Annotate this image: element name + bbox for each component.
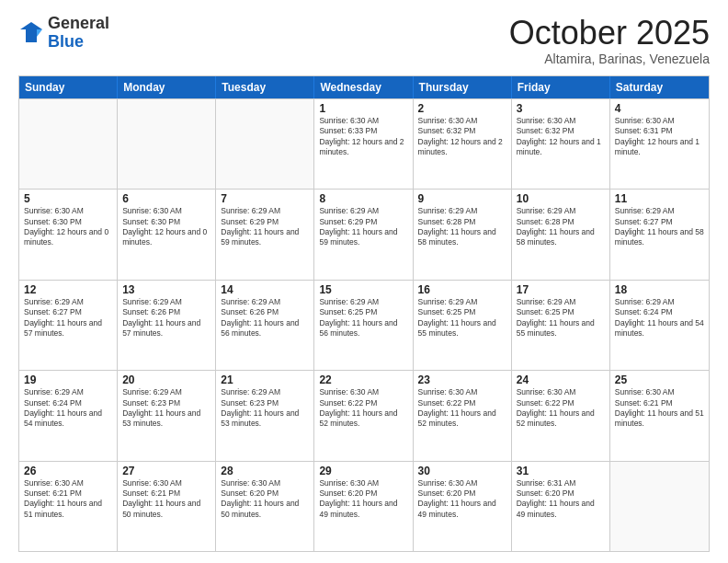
sunrise-text: Sunrise: 6:29 AM xyxy=(221,387,309,397)
header-sunday: Sunday xyxy=(19,76,118,98)
logo: General Blue xyxy=(18,15,109,52)
daylight-text: Daylight: 11 hours and 52 minutes. xyxy=(517,408,605,430)
logo-icon xyxy=(18,20,44,46)
daylight-text: Daylight: 11 hours and 51 minutes. xyxy=(615,408,704,430)
logo-text: General Blue xyxy=(48,15,109,52)
cal-cell: 19Sunrise: 6:29 AMSunset: 6:24 PMDayligh… xyxy=(19,371,118,460)
cal-cell: 20Sunrise: 6:29 AMSunset: 6:23 PMDayligh… xyxy=(118,371,216,460)
day-number: 22 xyxy=(319,373,407,386)
daylight-text: Daylight: 11 hours and 55 minutes. xyxy=(517,318,605,339)
day-number: 27 xyxy=(122,465,210,477)
day-number: 21 xyxy=(221,373,309,386)
sunset-text: Sunset: 6:28 PM xyxy=(418,217,506,227)
sunrise-text: Sunrise: 6:29 AM xyxy=(615,297,704,307)
page: General Blue October 2025 Altamira, Bari… xyxy=(0,0,728,563)
day-number: 29 xyxy=(319,465,407,477)
logo-general-label: General xyxy=(48,15,109,33)
daylight-text: Daylight: 12 hours and 0 minutes. xyxy=(24,227,112,248)
sunrise-text: Sunrise: 6:30 AM xyxy=(517,116,605,126)
cal-cell: 26Sunrise: 6:30 AMSunset: 6:21 PMDayligh… xyxy=(19,462,118,551)
daylight-text: Daylight: 11 hours and 55 minutes. xyxy=(418,318,506,339)
sunset-text: Sunset: 6:25 PM xyxy=(418,307,506,317)
cal-cell: 10Sunrise: 6:29 AMSunset: 6:28 PMDayligh… xyxy=(512,190,610,279)
daylight-text: Daylight: 12 hours and 2 minutes. xyxy=(418,137,506,158)
sunrise-text: Sunrise: 6:29 AM xyxy=(24,297,112,307)
sunset-text: Sunset: 6:23 PM xyxy=(122,398,210,408)
sunrise-text: Sunrise: 6:30 AM xyxy=(319,116,407,126)
sunset-text: Sunset: 6:30 PM xyxy=(122,217,210,227)
cal-cell: 9Sunrise: 6:29 AMSunset: 6:28 PMDaylight… xyxy=(414,190,512,279)
cal-cell: 5Sunrise: 6:30 AMSunset: 6:30 PMDaylight… xyxy=(19,190,118,279)
day-number: 20 xyxy=(122,373,210,386)
cal-cell: 30Sunrise: 6:30 AMSunset: 6:20 PMDayligh… xyxy=(414,462,512,551)
sunset-text: Sunset: 6:29 PM xyxy=(221,217,309,227)
cal-cell: 24Sunrise: 6:30 AMSunset: 6:22 PMDayligh… xyxy=(512,371,610,460)
day-number: 3 xyxy=(517,102,605,115)
cal-cell: 22Sunrise: 6:30 AMSunset: 6:22 PMDayligh… xyxy=(314,371,413,460)
day-number: 7 xyxy=(221,192,309,205)
daylight-text: Daylight: 11 hours and 58 minutes. xyxy=(517,227,605,248)
sunrise-text: Sunrise: 6:29 AM xyxy=(24,387,112,397)
day-number: 15 xyxy=(319,283,407,296)
sunset-text: Sunset: 6:22 PM xyxy=(319,398,407,408)
location: Altamira, Barinas, Venezuela xyxy=(509,52,710,66)
day-number: 19 xyxy=(24,373,112,386)
cal-cell: 3Sunrise: 6:30 AMSunset: 6:32 PMDaylight… xyxy=(512,99,610,189)
sunset-text: Sunset: 6:20 PM xyxy=(221,488,309,499)
sunrise-text: Sunrise: 6:30 AM xyxy=(24,206,112,216)
daylight-text: Daylight: 11 hours and 59 minutes. xyxy=(319,227,407,248)
cal-cell: 28Sunrise: 6:30 AMSunset: 6:20 PMDayligh… xyxy=(216,462,314,551)
month-title: October 2025 xyxy=(509,15,710,52)
sunrise-text: Sunrise: 6:30 AM xyxy=(319,478,407,488)
daylight-text: Daylight: 11 hours and 57 minutes. xyxy=(24,318,112,339)
sunrise-text: Sunrise: 6:29 AM xyxy=(122,387,210,397)
daylight-text: Daylight: 11 hours and 49 minutes. xyxy=(319,499,407,520)
day-number: 8 xyxy=(319,192,407,205)
day-number: 1 xyxy=(319,102,407,115)
sunrise-text: Sunrise: 6:29 AM xyxy=(517,297,605,307)
day-number: 30 xyxy=(418,465,506,477)
daylight-text: Daylight: 11 hours and 56 minutes. xyxy=(221,318,309,339)
sunset-text: Sunset: 6:27 PM xyxy=(24,307,112,317)
sunset-text: Sunset: 6:22 PM xyxy=(418,398,506,408)
sunrise-text: Sunrise: 6:29 AM xyxy=(319,206,407,216)
sunrise-text: Sunrise: 6:30 AM xyxy=(122,206,210,216)
sunrise-text: Sunrise: 6:30 AM xyxy=(122,478,210,488)
cal-cell xyxy=(19,99,118,189)
sunset-text: Sunset: 6:20 PM xyxy=(418,488,506,499)
sunset-text: Sunset: 6:25 PM xyxy=(517,307,605,317)
daylight-text: Daylight: 11 hours and 59 minutes. xyxy=(221,227,309,248)
sunrise-text: Sunrise: 6:29 AM xyxy=(122,297,210,307)
sunset-text: Sunset: 6:22 PM xyxy=(517,398,605,408)
cal-cell: 16Sunrise: 6:29 AMSunset: 6:25 PMDayligh… xyxy=(414,281,512,370)
header-wednesday: Wednesday xyxy=(314,76,413,98)
day-number: 5 xyxy=(24,192,112,205)
sunrise-text: Sunrise: 6:29 AM xyxy=(615,206,704,216)
day-number: 17 xyxy=(517,283,605,296)
sunset-text: Sunset: 6:21 PM xyxy=(122,488,210,499)
daylight-text: Daylight: 11 hours and 53 minutes. xyxy=(122,408,210,430)
day-number: 12 xyxy=(24,283,112,296)
daylight-text: Daylight: 12 hours and 0 minutes. xyxy=(122,227,210,248)
sunrise-text: Sunrise: 6:29 AM xyxy=(221,206,309,216)
day-number: 10 xyxy=(517,192,605,205)
sunset-text: Sunset: 6:21 PM xyxy=(24,488,112,499)
daylight-text: Daylight: 12 hours and 2 minutes. xyxy=(319,137,407,158)
calendar: Sunday Monday Tuesday Wednesday Thursday… xyxy=(18,75,710,552)
cal-cell xyxy=(118,99,216,189)
day-number: 4 xyxy=(615,102,704,115)
day-number: 13 xyxy=(122,283,210,296)
cal-cell: 23Sunrise: 6:30 AMSunset: 6:22 PMDayligh… xyxy=(414,371,512,460)
header-tuesday: Tuesday xyxy=(216,76,314,98)
cal-cell: 15Sunrise: 6:29 AMSunset: 6:25 PMDayligh… xyxy=(314,281,413,370)
header-thursday: Thursday xyxy=(414,76,512,98)
sunset-text: Sunset: 6:26 PM xyxy=(221,307,309,317)
cal-cell: 11Sunrise: 6:29 AMSunset: 6:27 PMDayligh… xyxy=(610,190,709,279)
sunset-text: Sunset: 6:32 PM xyxy=(418,126,506,136)
day-number: 25 xyxy=(615,373,704,386)
sunrise-text: Sunrise: 6:30 AM xyxy=(24,478,112,488)
sunset-text: Sunset: 6:29 PM xyxy=(319,217,407,227)
cal-cell xyxy=(216,99,314,189)
sunrise-text: Sunrise: 6:30 AM xyxy=(418,478,506,488)
day-number: 6 xyxy=(122,192,210,205)
